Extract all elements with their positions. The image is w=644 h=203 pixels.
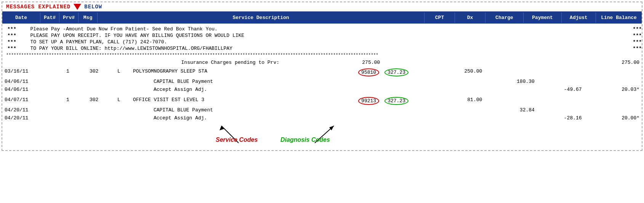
row5-prv [81,106,107,114]
outer-border: MESSAGES EXPLAINED BELOW Date Pat# Prv# … [2,2,642,151]
row2-desc: CAPITAL BLUE Payment [131,78,330,86]
ins-prv [81,58,107,67]
row5-charge [432,106,485,114]
row3-msg [107,86,131,94]
row1-dx: 327.23 [382,67,432,78]
row1-msg: L [107,67,131,78]
notice-end-4: *** [623,46,642,51]
notice-line-2: *** PLEASE PAY UPON RECEIPT. IF YOU HAVE… [2,32,642,39]
row4-desc: OFFICE VISIT EST LEVEL 3 [131,96,330,106]
row4-pat: 1 [55,96,81,106]
row3-balance: 20.03* [584,86,642,94]
row1-adjust [537,67,584,78]
row5-desc: CAPITAL BLUE Payment [131,106,330,114]
notice-end-1: *** [623,26,642,32]
row2-msg [107,78,131,86]
dx-circle-1: 327.23 [384,68,409,76]
row4-payment [484,96,537,106]
notice-star-1: *** [2,26,21,32]
notice-star-3: *** [2,39,21,45]
divider-stars: ****************************************… [2,52,642,58]
notice-star-4: *** [2,46,21,51]
row2-adjust [537,78,584,86]
row2-balance [584,78,642,86]
row2-charge [432,78,485,86]
row3-cpt [330,86,383,94]
row3-prv [81,86,107,94]
ins-cpt-val: 275.00 [330,58,383,67]
row4-msg: L [107,96,131,106]
row1-payment [484,67,537,78]
col-header-prv: Prv# [59,13,78,23]
col-header-cpt: CPT [425,13,455,23]
row2-prv [81,78,107,86]
row1-pat: 1 [55,67,81,78]
col-header-payment: Payment [524,13,562,23]
ins-msg [107,58,131,67]
dx-circle-2: 327.23 [384,97,409,105]
row6-desc: Accept Assign Adj. [131,114,330,122]
row6-pat [55,114,81,122]
table-header: Date Pat# Prv# Msg Service Description C… [2,13,642,24]
row2-pat [55,78,81,86]
below-label: BELOW [84,4,102,10]
col-header-dx: Dx [455,13,485,23]
row5-payment: 32.84 [484,106,537,114]
row5-date: 04/20/11 [2,106,55,114]
row3-charge [432,86,485,94]
col-header-service: Service Description [98,13,425,23]
row5-msg [107,106,131,114]
row6-dx [382,114,432,122]
cpt-circle-2: 99213 [358,97,379,105]
notice-text-4: TO PAY YOUR BILL ONLINE: http://www.LEWI… [21,46,623,51]
ins-dx [382,58,432,67]
ins-desc: Insurance Charges pending to Prv: [131,58,330,67]
row4-date: 04/07/11 [2,96,55,106]
col-header-adjust: Adjust [562,13,596,23]
notice-end-2: *** [623,33,642,38]
notice-line-1: *** Please Pay -Amount Due Now From Pati… [2,26,642,32]
notice-text-1: Please Pay -Amount Due Now From Patient-… [21,26,623,32]
ins-date [2,58,55,67]
row3-pat [55,86,81,94]
annotation-arrows [2,122,383,149]
row3-payment [484,86,537,94]
notice-line-3: *** TO SET UP A PAYMENT PLAN, CALL (717)… [2,39,642,45]
row5-cpt [330,106,383,114]
annotations-row: Service Codes Diagnosis Codes [2,122,642,149]
notice-star-2: *** [2,33,21,38]
messages-bar: MESSAGES EXPLAINED BELOW [2,2,642,13]
row1-prv: 302 [81,67,107,78]
table-row: 03/16/11 1 302 L POLYSOMNOGRAPHY SLEEP S… [2,67,642,78]
row4-adjust [537,96,584,106]
row1-balance [584,67,642,78]
row1-date: 03/16/11 [2,67,55,78]
ins-charge [432,58,485,67]
row6-adjust: -28.16 [537,114,584,122]
col-header-msg: Msg [78,13,98,23]
row5-balance [584,106,642,114]
row6-balance: 20.00* [584,114,642,122]
messages-explained-label: MESSAGES EXPLAINED [6,4,70,10]
notice-section: *** Please Pay -Amount Due Now From Pati… [2,25,642,52]
content-area: *** Please Pay -Amount Due Now From Pati… [2,24,642,150]
row6-payment [484,114,537,122]
row2-cpt [330,78,383,86]
row1-cpt: 95810 [330,67,383,78]
ins-balance: 275.00 [584,58,642,67]
row5-adjust [537,106,584,114]
cpt-circle-1: 95810 [358,68,379,76]
col-header-date: Date [2,13,40,23]
row6-date: 04/20/11 [2,114,55,122]
row4-dx: 327.23 [382,96,432,106]
triangle-icon [74,4,81,10]
row4-balance [584,96,642,106]
ins-payment [484,58,537,67]
table-row: 04/06/11 Accept Assign Adj. -49.67 20.03… [2,86,642,94]
col-header-balance: Line Balance [596,13,642,23]
row1-desc: POLYSOMNOGRAPHY SLEEP STA [131,67,330,78]
data-table: Insurance Charges pending to Prv: 275.00… [2,58,642,149]
notice-line-4: *** TO PAY YOUR BILL ONLINE: http://www.… [2,45,642,52]
table-row: 04/20/11 Accept Assign Adj. -28.16 20.00… [2,114,642,122]
row2-payment: 180.30 [484,78,537,86]
